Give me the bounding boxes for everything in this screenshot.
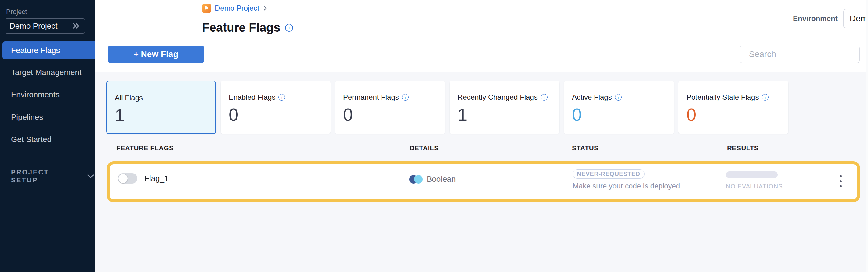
- info-icon[interactable]: [402, 94, 409, 101]
- stat-card-label: All Flags: [115, 94, 143, 102]
- flag-toggle[interactable]: [118, 173, 137, 183]
- environment-control: Environment Demo Environment: [793, 9, 868, 28]
- stat-card-value: 1: [458, 106, 552, 124]
- stat-card-active-flags[interactable]: Active Flags 0: [564, 81, 674, 134]
- toggle-knob: [118, 173, 128, 183]
- status-badge: NEVER-REQUESTED: [572, 169, 645, 179]
- boolean-type-icon: [409, 175, 423, 183]
- page-title-row: Feature Flags: [202, 21, 293, 34]
- stat-card-label: Active Flags: [572, 93, 612, 102]
- environment-label: Environment: [793, 14, 838, 23]
- sidebar: Project Demo Project Feature Flags Targe…: [0, 0, 95, 272]
- stat-card-value: 0: [228, 106, 322, 124]
- sidebar-item-environments[interactable]: Environments: [0, 87, 95, 102]
- scrollbar-track[interactable]: [866, 0, 868, 272]
- no-evaluations-label: NO EVALUATIONS: [726, 183, 783, 190]
- info-icon[interactable]: [541, 94, 548, 101]
- environment-dropdown[interactable]: Demo Environment: [843, 9, 868, 28]
- stat-card-value: 0: [686, 106, 780, 124]
- stat-card-permanent-flags[interactable]: Permanent Flags 0: [335, 81, 445, 134]
- environment-dropdown-value: Demo Environment: [850, 14, 868, 24]
- status-message: Make sure your code is deployed: [572, 182, 680, 190]
- sidebar-item-feature-flags[interactable]: Feature Flags: [2, 41, 95, 59]
- column-header-feature-flags: FEATURE FLAGS: [116, 144, 174, 152]
- chevron-down-icon: [87, 173, 95, 179]
- info-icon[interactable]: [615, 94, 622, 101]
- breadcrumb-project-link[interactable]: Demo Project: [215, 4, 259, 12]
- sidebar-item-label: Environments: [11, 90, 60, 99]
- chevron-right-icon: [263, 5, 268, 11]
- page-title: Feature Flags: [202, 21, 280, 34]
- stat-card-recently-changed-flags[interactable]: Recently Changed Flags 1: [450, 81, 559, 134]
- sidebar-item-pipelines[interactable]: Pipelines: [0, 110, 95, 125]
- stat-card-value: 0: [572, 106, 666, 124]
- info-icon[interactable]: [278, 94, 285, 101]
- breadcrumb: Demo Project: [202, 4, 268, 13]
- search-box: [740, 46, 860, 63]
- sidebar-item-label: Target Management: [11, 68, 82, 77]
- project-setup-section-toggle[interactable]: PROJECT SETUP: [11, 168, 95, 184]
- sidebar-item-get-started[interactable]: Get Started: [0, 132, 95, 147]
- stat-card-label: Recently Changed Flags: [458, 93, 538, 102]
- sidebar-item-label: Get Started: [11, 135, 52, 144]
- flag-name-link[interactable]: Flag_1: [144, 174, 169, 183]
- column-header-results: RESULTS: [727, 144, 759, 152]
- column-header-status: STATUS: [572, 144, 598, 152]
- stat-card-all-flags[interactable]: All Flags 1: [106, 81, 216, 134]
- stat-card-label: Enabled Flags: [228, 93, 275, 102]
- stat-card-value: 0: [343, 106, 437, 124]
- title-info-icon[interactable]: [285, 24, 293, 32]
- table-row[interactable]: [107, 161, 860, 202]
- search-input[interactable]: [749, 49, 859, 59]
- project-section-label: Project: [6, 8, 27, 16]
- project-setup-label: PROJECT SETUP: [11, 168, 79, 184]
- feature-flags-module-icon: [202, 4, 211, 13]
- page-header: Demo Project Feature Flags Environment D…: [95, 0, 868, 37]
- sidebar-divider: [11, 158, 81, 158]
- stat-card-label: Permanent Flags: [343, 93, 399, 102]
- project-selector[interactable]: Demo Project: [5, 18, 85, 34]
- info-icon[interactable]: [762, 94, 769, 101]
- sidebar-item-target-management[interactable]: Target Management: [0, 65, 95, 79]
- column-header-details: DETAILS: [410, 144, 439, 152]
- row-options-menu-button[interactable]: [835, 174, 846, 188]
- evaluations-empty-bar: [726, 171, 778, 178]
- feature-flags-page: Project Demo Project Feature Flags Targe…: [0, 0, 868, 272]
- stat-card-value: 1: [115, 106, 208, 124]
- new-flag-button[interactable]: + New Flag: [108, 46, 204, 63]
- sidebar-item-label: Pipelines: [11, 112, 43, 122]
- stat-card-enabled-flags[interactable]: Enabled Flags 0: [221, 81, 331, 134]
- double-chevron-right-icon[interactable]: [72, 22, 80, 30]
- stat-card-label: Potentially Stale Flags: [686, 93, 759, 102]
- stat-card-potentially-stale-flags[interactable]: Potentially Stale Flags 0: [679, 81, 788, 134]
- project-selector-value: Demo Project: [9, 21, 72, 31]
- sidebar-item-label: Feature Flags: [11, 46, 60, 55]
- flag-type-label: Boolean: [427, 174, 456, 184]
